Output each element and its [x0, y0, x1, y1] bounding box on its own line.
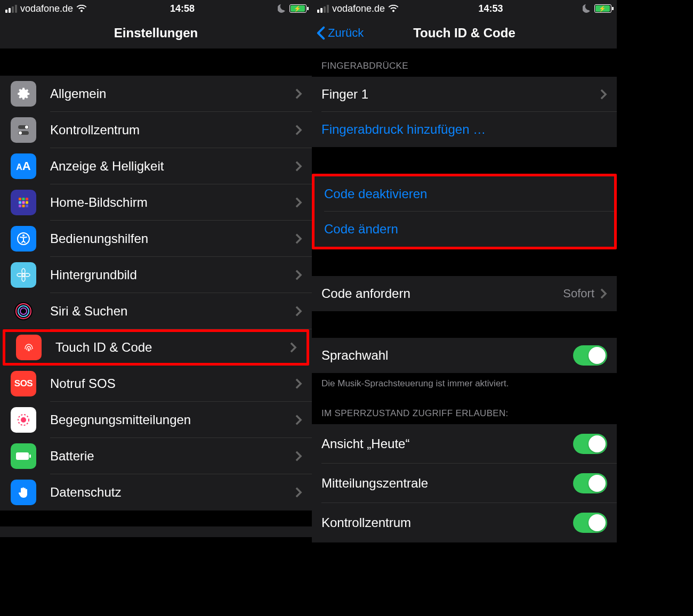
row-sos[interactable]: SOS Notruf SOS — [0, 366, 312, 402]
phone-left-settings: vodafone.de 14:58 ⚡ Einstellungen Allgem… — [0, 0, 312, 616]
row-label: Hintergrundbild — [50, 268, 295, 282]
svg-rect-27 — [29, 455, 31, 458]
sos-icon: SOS — [11, 371, 36, 396]
svg-point-14 — [22, 234, 25, 237]
list-spacer — [312, 49, 617, 56]
clock-label: 14:58 — [170, 3, 195, 14]
row-control-center[interactable]: Kontrollzentrum — [0, 112, 312, 148]
svg-rect-9 — [26, 201, 28, 204]
signal-icon — [5, 5, 17, 13]
row-label: Home-Bildschirm — [50, 195, 295, 210]
flower-icon — [11, 262, 36, 288]
row-siri[interactable]: Siri & Suchen — [0, 293, 312, 329]
grid-icon — [11, 190, 36, 215]
list-spacer — [0, 49, 312, 76]
row-privacy[interactable]: Datenschutz — [0, 474, 312, 510]
row-home-screen[interactable]: Home-Bildschirm — [0, 184, 312, 221]
touchid-content[interactable]: FINGERABDRÜCKE Finger 1 Fingerabdruck hi… — [312, 49, 617, 616]
row-label: Code anfordern — [321, 286, 563, 301]
row-label: Fingerabdruck hinzufügen … — [321, 122, 607, 137]
chevron-right-icon — [295, 269, 302, 281]
row-code-require[interactable]: Code anfordern Sofort — [312, 276, 617, 311]
moon-icon — [278, 4, 286, 13]
siri-icon — [11, 298, 36, 324]
row-label: Touch ID & Code — [55, 340, 289, 355]
row-today[interactable]: Ansicht „Heute“ — [312, 424, 617, 464]
battery-icon: ⚡ — [594, 4, 611, 13]
statusbar-left: vodafone.de 14:58 ⚡ — [0, 0, 312, 17]
svg-rect-5 — [22, 198, 25, 200]
chevron-right-icon — [295, 378, 302, 390]
toggle-icon — [11, 117, 36, 143]
row-label: Datenschutz — [50, 485, 295, 500]
row-code-deactivate[interactable]: Code deaktivieren — [315, 176, 614, 212]
row-code-change[interactable]: Code ändern — [315, 212, 614, 247]
settings-list[interactable]: Allgemein Kontrollzentrum AA Anzeige & H… — [0, 49, 312, 616]
svg-point-3 — [19, 132, 22, 135]
row-label: Bedienungshilfen — [50, 231, 295, 246]
chevron-right-icon — [295, 124, 302, 136]
row-label: Allgemein — [50, 86, 295, 101]
row-control-center[interactable]: Kontrollzentrum — [312, 503, 617, 542]
battery-icon: ⚡ — [289, 4, 307, 13]
statusbar-left-group: vodafone.de — [5, 3, 87, 14]
carrier-label: vodafone.de — [332, 3, 385, 14]
row-battery[interactable]: Batterie — [0, 438, 312, 474]
toggle-switch[interactable] — [573, 345, 607, 366]
phone-right-touchid: vodafone.de 14:53 ⚡ Zurück Touch ID & Co… — [312, 0, 617, 616]
svg-point-20 — [14, 302, 33, 320]
row-add-fingerprint[interactable]: Fingerabdruck hinzufügen … — [312, 112, 617, 147]
chevron-right-icon — [295, 233, 302, 245]
row-general[interactable]: Allgemein — [0, 76, 312, 112]
svg-rect-12 — [26, 205, 28, 207]
chevron-right-icon — [295, 160, 302, 172]
row-wallpaper[interactable]: Hintergrundbild — [0, 257, 312, 293]
svg-rect-10 — [19, 205, 21, 207]
statusbar-right-group: ⚡ — [278, 4, 307, 13]
toggle-switch[interactable] — [573, 434, 607, 454]
row-label: Kontrollzentrum — [50, 123, 295, 137]
row-label: Code ändern — [324, 222, 605, 237]
svg-rect-26 — [16, 452, 29, 460]
chevron-right-icon — [295, 414, 302, 426]
row-label: Kontrollzentrum — [321, 515, 573, 530]
back-button[interactable]: Zurück — [316, 26, 364, 40]
row-label: Sprachwahl — [321, 348, 573, 363]
highlight-code-actions: Code deaktivieren Code ändern — [312, 174, 617, 249]
highlight-touchid: Touch ID & Code — [3, 329, 309, 366]
toggle-switch[interactable] — [573, 513, 607, 533]
row-display[interactable]: AA Anzeige & Helligkeit — [0, 148, 312, 184]
row-voicedial[interactable]: Sprachwahl — [312, 338, 617, 373]
row-label: Notruf SOS — [50, 376, 295, 391]
chevron-right-icon — [295, 487, 302, 498]
row-exposure[interactable]: Begegnungsmitteilungen — [0, 402, 312, 438]
statusbar-left-group: vodafone.de — [317, 3, 399, 14]
svg-point-1 — [25, 126, 28, 129]
wifi-icon — [76, 5, 87, 13]
row-label: Siri & Suchen — [50, 304, 295, 319]
svg-rect-7 — [19, 201, 21, 204]
chevron-right-icon — [295, 197, 302, 208]
signal-icon — [317, 5, 329, 13]
wifi-icon — [388, 5, 399, 13]
statusbar-right-group: ⚡ — [583, 4, 611, 13]
page-title: Einstellungen — [114, 26, 198, 40]
footer-voicedial: Die Musik-Sprachsteuerung ist immer akti… — [312, 373, 617, 399]
section-lock: IM SPERRZUSTAND ZUGRIFF ERLAUBEN: — [312, 399, 617, 424]
navbar-right: Zurück Touch ID & Code — [312, 17, 617, 49]
svg-point-25 — [21, 417, 26, 423]
row-accessibility[interactable]: Bedienungshilfen — [0, 221, 312, 257]
row-finger1[interactable]: Finger 1 — [312, 77, 617, 112]
row-label: Mitteilungszentrale — [321, 476, 573, 491]
chevron-right-icon — [600, 288, 607, 299]
row-notifications[interactable]: Mitteilungszentrale — [312, 464, 617, 503]
chevron-right-icon — [295, 305, 302, 317]
row-label: Code deaktivieren — [324, 187, 605, 201]
toggle-switch[interactable] — [573, 473, 607, 493]
row-touchid[interactable]: Touch ID & Code — [5, 332, 307, 363]
gear-icon — [11, 81, 36, 107]
clock-label: 14:53 — [479, 3, 503, 14]
page-title: Touch ID & Code — [413, 26, 515, 40]
fingerprint-icon — [16, 335, 42, 360]
chevron-right-icon — [295, 450, 302, 462]
